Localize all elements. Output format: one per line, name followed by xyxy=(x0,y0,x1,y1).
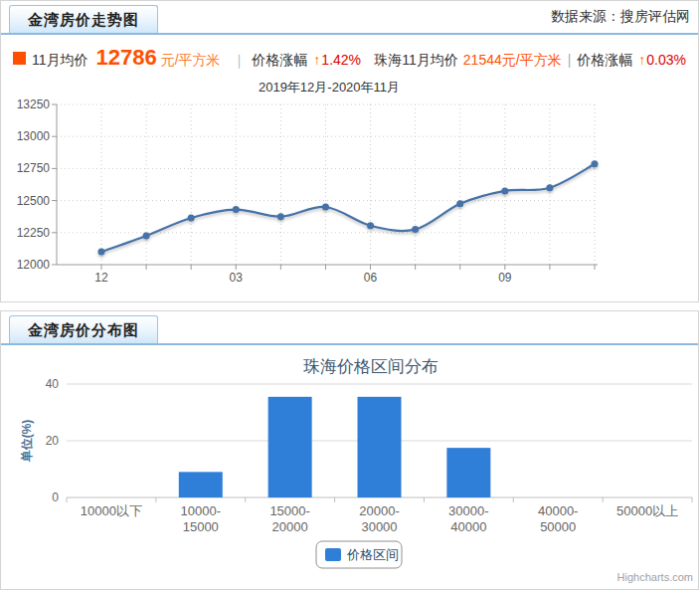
x-axis-category-label: 50000以上 xyxy=(616,503,678,518)
price-unit-label: 元/平方米 xyxy=(161,52,221,70)
change-value: 0.03% xyxy=(646,52,686,68)
y-axis-tick-label: 12000 xyxy=(17,258,51,272)
trend-panel: 金湾房价走势图 数据来源：搜房评估网 11月均价 12786 元/平方米 ｜ 价… xyxy=(0,0,699,302)
bar[interactable] xyxy=(358,397,402,497)
y-axis-title: 单位(%) xyxy=(20,420,34,464)
bar[interactable] xyxy=(446,448,490,497)
y-axis-tick-label: 0 xyxy=(52,491,59,504)
stats-left: 11月均价 12786 元/平方米 ｜ 价格涨幅 ↑ 1.42% xyxy=(13,45,361,71)
data-point-marker[interactable] xyxy=(188,214,195,221)
up-arrow-icon: ↑ xyxy=(313,52,320,68)
trend-panel-header: 金湾房价走势图 数据来源：搜房评估网 xyxy=(1,1,698,35)
x-axis-category-label: 20000-30000 xyxy=(359,503,399,534)
chart-title: 2019年12月-2020年11月 xyxy=(259,80,400,95)
distribution-panel-header: 金湾房价分布图 xyxy=(1,311,698,345)
data-point-marker[interactable] xyxy=(592,160,599,167)
x-axis-category-label: 40000-50000 xyxy=(538,503,578,534)
stats-right: 珠海11月均价 21544元/平方米 | 价格涨幅 ↑ 0.03% xyxy=(374,52,686,70)
legend[interactable]: 价格区间 xyxy=(316,541,402,568)
change-label: 价格涨幅 xyxy=(577,52,632,70)
data-point-marker[interactable] xyxy=(456,200,463,207)
data-point-marker[interactable] xyxy=(233,206,240,213)
data-point-marker[interactable] xyxy=(546,184,553,191)
x-axis-tick-label: 09 xyxy=(498,271,512,285)
y-axis-tick-label: 13250 xyxy=(17,98,51,111)
data-source-note: 数据来源：搜房评估网 xyxy=(551,8,690,26)
change-label: 价格涨幅 xyxy=(252,52,307,70)
legend-label: 价格区间 xyxy=(346,547,399,562)
change-value: 1.42% xyxy=(321,52,361,68)
separator: | xyxy=(568,52,572,68)
x-axis-tick-label: 03 xyxy=(230,271,244,285)
data-point-marker[interactable] xyxy=(98,249,105,256)
separator: ｜ xyxy=(233,52,247,70)
highcharts-credit[interactable]: Highcharts.com xyxy=(617,571,693,583)
distribution-panel: 金湾房价分布图 珠海价格区间分布单位(%)0204010000以下10000-1… xyxy=(0,310,699,590)
x-axis-tick-label: 06 xyxy=(364,271,378,285)
city-avg-price-label: 珠海11月均价 xyxy=(374,52,458,70)
trend-series xyxy=(98,160,599,255)
data-point-marker[interactable] xyxy=(412,226,419,233)
tab-trend-chart[interactable]: 金湾房价走势图 xyxy=(9,5,158,33)
trend-line xyxy=(101,164,595,252)
y-axis-tick-label: 20 xyxy=(46,434,60,448)
data-point-marker[interactable] xyxy=(277,213,284,220)
y-axis-tick-label: 13000 xyxy=(17,129,51,143)
data-point-marker[interactable] xyxy=(501,187,508,194)
bar[interactable] xyxy=(179,472,223,497)
data-point-marker[interactable] xyxy=(367,222,374,229)
y-axis-tick-label: 12750 xyxy=(17,161,51,175)
up-arrow-icon: ↑ xyxy=(638,52,645,68)
x-axis-tick-label: 12 xyxy=(94,271,108,285)
data-point-marker[interactable] xyxy=(143,233,150,240)
y-axis-tick-label: 12500 xyxy=(17,194,51,208)
x-axis-category-label: 30000-40000 xyxy=(448,503,488,534)
x-axis-category-label: 15000-20000 xyxy=(269,503,309,534)
city-avg-price-value: 21544元/平方米 xyxy=(463,52,562,70)
y-axis-tick-label: 40 xyxy=(46,377,60,391)
tab-distribution-chart[interactable]: 金湾房价分布图 xyxy=(9,315,158,343)
avg-price-label: 11月均价 xyxy=(32,52,88,70)
legend-swatch-icon xyxy=(325,548,341,561)
x-axis-category-label: 10000-15000 xyxy=(181,503,221,534)
data-point-marker[interactable] xyxy=(322,204,329,211)
x-axis-category-label: 10000以下 xyxy=(81,503,142,518)
series-legend-square-icon xyxy=(13,52,26,65)
y-axis-tick-label: 12250 xyxy=(17,226,51,240)
stats-row: 11月均价 12786 元/平方米 ｜ 价格涨幅 ↑ 1.42% 珠海11月均价… xyxy=(13,45,686,71)
avg-price-value: 12786 xyxy=(96,45,157,71)
bar[interactable] xyxy=(268,397,312,497)
distribution-bar-chart: 珠海价格区间分布单位(%)0204010000以下10000-150001500… xyxy=(1,311,699,589)
chart-title: 珠海价格区间分布 xyxy=(303,357,438,376)
